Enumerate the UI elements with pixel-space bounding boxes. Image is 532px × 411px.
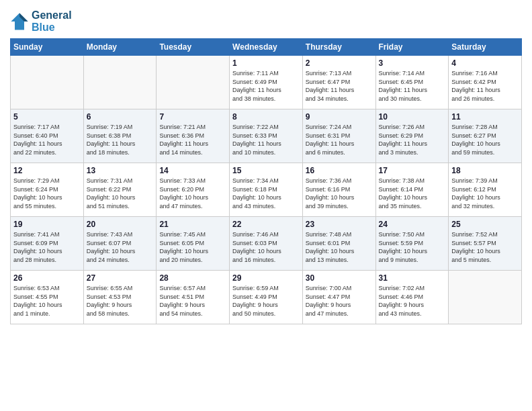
- day-info: Sunrise: 7:02 AMSunset: 4:46 PMDaylight:…: [379, 284, 446, 318]
- calendar-cell: [83, 56, 157, 109]
- calendar-header-wednesday: Wednesday: [230, 39, 303, 56]
- calendar-cell: 6Sunrise: 7:19 AMSunset: 6:38 PMDaylight…: [83, 109, 157, 163]
- calendar-cell: 11Sunrise: 7:28 AMSunset: 6:27 PMDayligh…: [449, 109, 522, 163]
- day-number: 1: [232, 58, 300, 68]
- day-info: Sunrise: 7:26 AMSunset: 6:29 PMDaylight:…: [379, 123, 446, 156]
- calendar-cell: 19Sunrise: 7:41 AMSunset: 6:09 PMDayligh…: [11, 217, 84, 271]
- day-info: Sunrise: 7:43 AMSunset: 6:07 PMDaylight:…: [87, 230, 154, 264]
- day-number: 11: [451, 112, 519, 122]
- calendar-cell: 25Sunrise: 7:52 AMSunset: 5:57 PMDayligh…: [449, 217, 522, 271]
- calendar-week-3: 12Sunrise: 7:29 AMSunset: 6:24 PMDayligh…: [11, 163, 522, 217]
- day-number: 2: [306, 58, 373, 68]
- day-number: 3: [379, 58, 446, 68]
- calendar-week-2: 5Sunrise: 7:17 AMSunset: 6:40 PMDaylight…: [11, 109, 522, 163]
- day-info: Sunrise: 6:57 AMSunset: 4:51 PMDaylight:…: [159, 284, 226, 318]
- day-number: 10: [379, 112, 446, 122]
- day-info: Sunrise: 7:52 AMSunset: 5:57 PMDaylight:…: [451, 230, 519, 264]
- calendar-week-5: 26Sunrise: 6:53 AMSunset: 4:55 PMDayligh…: [11, 271, 522, 324]
- day-number: 26: [13, 273, 81, 283]
- day-number: 4: [451, 58, 519, 68]
- day-info: Sunrise: 7:41 AMSunset: 6:09 PMDaylight:…: [13, 230, 81, 264]
- calendar-cell: 4Sunrise: 7:16 AMSunset: 6:42 PMDaylight…: [449, 56, 522, 109]
- calendar-cell: 18Sunrise: 7:39 AMSunset: 6:12 PMDayligh…: [449, 163, 522, 217]
- calendar-cell: 3Sunrise: 7:14 AMSunset: 6:45 PMDaylight…: [375, 56, 449, 109]
- calendar-header-tuesday: Tuesday: [157, 39, 230, 56]
- calendar-header-row: SundayMondayTuesdayWednesdayThursdayFrid…: [11, 39, 522, 56]
- calendar-week-4: 19Sunrise: 7:41 AMSunset: 6:09 PMDayligh…: [11, 217, 522, 271]
- calendar-cell: 14Sunrise: 7:33 AMSunset: 6:20 PMDayligh…: [157, 163, 230, 217]
- day-number: 6: [87, 112, 154, 122]
- calendar-cell: 26Sunrise: 6:53 AMSunset: 4:55 PMDayligh…: [11, 271, 84, 324]
- day-info: Sunrise: 6:53 AMSunset: 4:55 PMDaylight:…: [13, 284, 81, 318]
- day-info: Sunrise: 7:34 AMSunset: 6:18 PMDaylight:…: [232, 177, 300, 210]
- calendar-cell: 17Sunrise: 7:38 AMSunset: 6:14 PMDayligh…: [375, 163, 449, 217]
- calendar-cell: 21Sunrise: 7:45 AMSunset: 6:05 PMDayligh…: [157, 217, 230, 271]
- logo-icon: [10, 12, 29, 31]
- calendar: SundayMondayTuesdayWednesdayThursdayFrid…: [10, 38, 522, 324]
- calendar-cell: 10Sunrise: 7:26 AMSunset: 6:29 PMDayligh…: [375, 109, 449, 163]
- day-info: Sunrise: 7:24 AMSunset: 6:31 PMDaylight:…: [306, 123, 373, 156]
- day-number: 24: [379, 220, 446, 229]
- logo-text: General Blue: [32, 9, 72, 33]
- day-info: Sunrise: 7:29 AMSunset: 6:24 PMDaylight:…: [13, 177, 81, 210]
- calendar-cell: 12Sunrise: 7:29 AMSunset: 6:24 PMDayligh…: [11, 163, 84, 217]
- day-info: Sunrise: 6:59 AMSunset: 4:49 PMDaylight:…: [232, 284, 300, 318]
- day-number: 19: [13, 220, 81, 229]
- day-number: 22: [232, 220, 300, 229]
- calendar-cell: 30Sunrise: 7:00 AMSunset: 4:47 PMDayligh…: [302, 271, 375, 324]
- day-number: 17: [379, 166, 446, 175]
- calendar-cell: 2Sunrise: 7:13 AMSunset: 6:47 PMDaylight…: [302, 56, 375, 109]
- calendar-cell: [11, 56, 84, 109]
- calendar-cell: [157, 56, 230, 109]
- header: General Blue: [10, 7, 522, 33]
- day-number: 23: [306, 220, 373, 229]
- day-info: Sunrise: 7:33 AMSunset: 6:20 PMDaylight:…: [159, 177, 226, 210]
- calendar-header-sunday: Sunday: [11, 39, 84, 56]
- logo: General Blue: [10, 9, 72, 33]
- day-number: 27: [87, 273, 154, 283]
- calendar-cell: [449, 271, 522, 324]
- day-info: Sunrise: 7:46 AMSunset: 6:03 PMDaylight:…: [232, 230, 300, 264]
- day-number: 15: [232, 166, 300, 175]
- day-number: 14: [159, 166, 226, 175]
- day-number: 8: [232, 112, 300, 122]
- calendar-header-monday: Monday: [83, 39, 157, 56]
- calendar-cell: 7Sunrise: 7:21 AMSunset: 6:36 PMDaylight…: [157, 109, 230, 163]
- day-number: 29: [232, 273, 300, 283]
- day-info: Sunrise: 7:13 AMSunset: 6:47 PMDaylight:…: [306, 69, 373, 103]
- calendar-header-saturday: Saturday: [449, 39, 522, 56]
- calendar-cell: 1Sunrise: 7:11 AMSunset: 6:49 PMDaylight…: [230, 56, 303, 109]
- day-number: 12: [13, 166, 81, 175]
- day-number: 16: [306, 166, 373, 175]
- day-info: Sunrise: 6:55 AMSunset: 4:53 PMDaylight:…: [87, 284, 154, 318]
- day-info: Sunrise: 7:39 AMSunset: 6:12 PMDaylight:…: [451, 177, 519, 210]
- calendar-cell: 23Sunrise: 7:48 AMSunset: 6:01 PMDayligh…: [302, 217, 375, 271]
- calendar-cell: 27Sunrise: 6:55 AMSunset: 4:53 PMDayligh…: [83, 271, 157, 324]
- day-number: 20: [87, 220, 154, 229]
- day-info: Sunrise: 7:21 AMSunset: 6:36 PMDaylight:…: [159, 123, 226, 156]
- day-number: 5: [13, 112, 81, 122]
- day-info: Sunrise: 7:14 AMSunset: 6:45 PMDaylight:…: [379, 69, 446, 103]
- day-number: 25: [451, 220, 519, 229]
- day-number: 13: [87, 166, 154, 175]
- calendar-cell: 24Sunrise: 7:50 AMSunset: 5:59 PMDayligh…: [375, 217, 449, 271]
- day-number: 31: [379, 273, 446, 283]
- calendar-cell: 15Sunrise: 7:34 AMSunset: 6:18 PMDayligh…: [230, 163, 303, 217]
- calendar-cell: 22Sunrise: 7:46 AMSunset: 6:03 PMDayligh…: [230, 217, 303, 271]
- calendar-cell: 28Sunrise: 6:57 AMSunset: 4:51 PMDayligh…: [157, 271, 230, 324]
- calendar-cell: 5Sunrise: 7:17 AMSunset: 6:40 PMDaylight…: [11, 109, 84, 163]
- calendar-header-friday: Friday: [375, 39, 449, 56]
- day-info: Sunrise: 7:36 AMSunset: 6:16 PMDaylight:…: [306, 177, 373, 210]
- day-info: Sunrise: 7:19 AMSunset: 6:38 PMDaylight:…: [87, 123, 154, 156]
- day-info: Sunrise: 7:11 AMSunset: 6:49 PMDaylight:…: [232, 69, 300, 103]
- day-info: Sunrise: 7:17 AMSunset: 6:40 PMDaylight:…: [13, 123, 81, 156]
- day-info: Sunrise: 7:22 AMSunset: 6:33 PMDaylight:…: [232, 123, 300, 156]
- day-info: Sunrise: 7:16 AMSunset: 6:42 PMDaylight:…: [451, 69, 519, 103]
- day-number: 28: [159, 273, 226, 283]
- day-info: Sunrise: 7:28 AMSunset: 6:27 PMDaylight:…: [451, 123, 519, 156]
- day-info: Sunrise: 7:31 AMSunset: 6:22 PMDaylight:…: [87, 177, 154, 210]
- calendar-cell: 13Sunrise: 7:31 AMSunset: 6:22 PMDayligh…: [83, 163, 157, 217]
- day-info: Sunrise: 7:00 AMSunset: 4:47 PMDaylight:…: [306, 284, 373, 318]
- calendar-cell: 29Sunrise: 6:59 AMSunset: 4:49 PMDayligh…: [230, 271, 303, 324]
- calendar-cell: 9Sunrise: 7:24 AMSunset: 6:31 PMDaylight…: [302, 109, 375, 163]
